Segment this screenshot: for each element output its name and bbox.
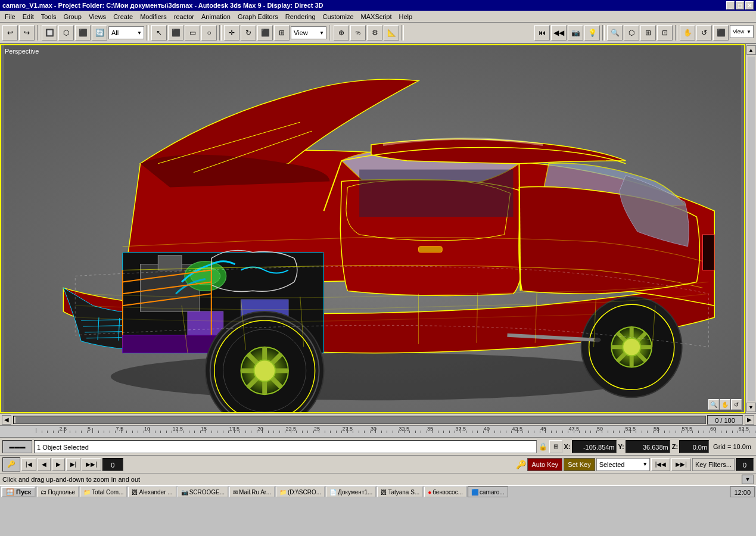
menu-item-group[interactable]: Group	[60, 12, 85, 21]
menu-item-animation[interactable]: Animation	[198, 12, 234, 21]
timeline-next-button[interactable]: ▶	[745, 415, 754, 425]
view-dropdown[interactable]: View	[291, 26, 326, 39]
zoom-button[interactable]: ⊡	[657, 25, 673, 40]
taskbar-item-totalcom[interactable]: 📁Total Com...	[80, 487, 127, 497]
menu-item-reactor[interactable]: reactor	[170, 12, 198, 21]
redo-button[interactable]: ↪	[19, 25, 35, 40]
rotate-button[interactable]: ↻	[241, 25, 256, 40]
selected-dropdown[interactable]: Selected ▼	[596, 458, 650, 471]
hint-close-button[interactable]: ▼	[742, 475, 754, 484]
select-arrow-button[interactable]: ↖	[151, 25, 167, 40]
close-button[interactable]: ✕	[745, 1, 754, 10]
menu-item-modifiers[interactable]: Modifiers	[136, 12, 170, 21]
zoom-region-button[interactable]: 🔍	[607, 25, 623, 40]
main-area: Perspective	[0, 44, 756, 413]
menu-item-help[interactable]: Help	[396, 12, 416, 21]
key-icon: 🔑	[516, 460, 526, 469]
select-filter-dropdown[interactable]: All	[108, 26, 144, 39]
tool6-button[interactable]: 📐	[384, 25, 399, 40]
select-filter-button[interactable]: ⬛	[75, 25, 91, 40]
nav-light-button[interactable]: 💡	[584, 25, 600, 40]
taskbar-item-mailru[interactable]: ✉Mail.Ru Ar...	[229, 487, 275, 497]
key-filters-button[interactable]: Key Filters...	[692, 458, 735, 471]
start-button[interactable]: 🪟 Пуск	[1, 487, 36, 497]
lock-icon: 🔒	[539, 442, 547, 451]
set-key-button[interactable]: Set Key	[564, 458, 595, 471]
scale-button[interactable]: ⬛	[257, 25, 273, 40]
select-rect-button[interactable]: ▭	[185, 25, 200, 40]
menu-item-maxscript[interactable]: MAXScript	[357, 12, 396, 21]
nav-camera-button[interactable]: 📷	[568, 25, 583, 40]
lasso-select-button[interactable]: ⬡	[58, 25, 74, 40]
x-coord-field: X: -105.854m	[564, 440, 617, 453]
percent-button[interactable]: %	[350, 25, 366, 40]
coord-lock-button[interactable]: ⊞	[549, 440, 562, 453]
menu-item-create[interactable]: Create	[110, 12, 136, 21]
taskbar-item-camaro[interactable]: 🟦camaro...	[468, 487, 508, 497]
frame-counter-input[interactable]: 0	[102, 458, 123, 471]
mirror-button[interactable]: 🔄	[92, 25, 107, 40]
play-button[interactable]: ▶	[52, 458, 65, 471]
taskbar-item-dscro[interactable]: 📁(D:\\SCRO...	[276, 487, 325, 497]
arc-rotate-button[interactable]: ↺	[696, 25, 712, 40]
select-region-button[interactable]: ⬛	[168, 25, 183, 40]
ref-coord-button[interactable]: ⊞	[274, 25, 290, 40]
go-start-button[interactable]: |◀◀	[651, 458, 671, 471]
tool5-button[interactable]: ⚙	[367, 25, 382, 40]
zoom-extents-button[interactable]: ⬡	[624, 25, 639, 40]
scroll-down-button[interactable]: ▼	[746, 403, 756, 412]
y-coord-field: Y: 36.638m	[618, 440, 670, 453]
move-button[interactable]: ✛	[224, 25, 239, 40]
right-panel: ▲ ▼	[745, 44, 756, 413]
end-frame-input[interactable]: 0	[736, 458, 754, 471]
prev-frame-button[interactable]: ◀	[38, 458, 51, 471]
scroll-track	[748, 57, 755, 401]
select-tool-button[interactable]: 🔲	[42, 25, 57, 40]
taskbar-item-scrooge[interactable]: 📷SCROOGE...	[178, 487, 228, 497]
go-end-button[interactable]: ▶▶|	[671, 458, 691, 471]
pivot-button[interactable]: ⊕	[334, 25, 349, 40]
svg-rect-41	[419, 247, 443, 253]
taskbar-item-benzo[interactable]: ●бензосос...	[424, 487, 466, 497]
play-prev-frame-button[interactable]: |◀	[21, 458, 36, 471]
ruler-container: 02.557.51012.51517.52022.52527.53032.535…	[36, 426, 756, 438]
menu-item-tools[interactable]: Tools	[38, 12, 60, 21]
viewport-label: Perspective	[5, 48, 39, 55]
z-coord-value[interactable]: 0.0m	[679, 440, 709, 453]
taskbar-item-tatyana[interactable]: 🖼Tatyana S...	[377, 487, 423, 497]
nav-prev-button[interactable]: ⏮	[534, 25, 550, 40]
taskbar-clock: 12:00	[730, 487, 755, 497]
view-zoom-button[interactable]: 🔍	[708, 399, 719, 410]
minimize-button[interactable]: _	[726, 1, 735, 10]
menu-item-file[interactable]: File	[1, 12, 19, 21]
select-circle-button[interactable]: ○	[201, 25, 217, 40]
taskbar-item-doc1[interactable]: 📄Документ1...	[326, 487, 376, 497]
y-coord-value[interactable]: 36.638m	[626, 440, 670, 453]
pan-button[interactable]: ✋	[680, 25, 695, 40]
view-type-dropdown[interactable]: View	[730, 25, 754, 38]
maximize-button[interactable]: □	[736, 1, 744, 10]
taskbar-item-podpole[interactable]: 🗂Подполье	[37, 487, 79, 497]
view-orbit-button[interactable]: ↺	[731, 399, 742, 410]
scroll-up-button[interactable]: ▲	[746, 45, 756, 55]
nav-rewind-button[interactable]: ◀◀	[551, 25, 567, 40]
viewport[interactable]: Perspective	[0, 44, 745, 413]
next-frame-button[interactable]: ▶|	[66, 458, 81, 471]
taskbar-item-alexander[interactable]: 🖼Alexander ...	[128, 487, 176, 497]
separator-4	[329, 25, 331, 40]
menu-item-customize[interactable]: Customize	[319, 12, 357, 21]
play-next-frame-button[interactable]: ▶▶|	[82, 458, 101, 471]
svg-rect-46	[359, 170, 513, 217]
auto-key-button[interactable]: Auto Key	[527, 458, 562, 471]
x-coord-value[interactable]: -105.854m	[572, 440, 617, 453]
menu-item-edit[interactable]: Edit	[19, 12, 38, 21]
timeline-track[interactable]	[13, 416, 706, 424]
view-pan-button[interactable]: ✋	[720, 399, 730, 410]
timeline-prev-button[interactable]: ◀	[2, 415, 11, 425]
menu-item-views[interactable]: Views	[85, 12, 110, 21]
min-max-button[interactable]: ⬛	[713, 25, 729, 40]
menu-item-rendering[interactable]: Rendering	[282, 12, 319, 21]
zoom-all-button[interactable]: ⊞	[640, 25, 656, 40]
menu-item-graph-editors[interactable]: Graph Editors	[234, 12, 282, 21]
undo-button[interactable]: ↩	[2, 25, 18, 40]
